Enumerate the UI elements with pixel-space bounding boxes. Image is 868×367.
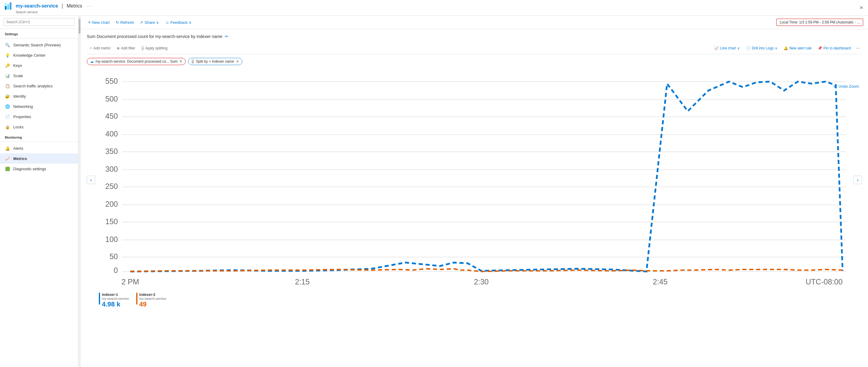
scale-label: Scale bbox=[13, 73, 23, 78]
add-metric-label: Add metric bbox=[93, 46, 111, 50]
indexer-2-info: indexer-2 my-search-service 49 bbox=[139, 293, 166, 308]
sidebar-item-alerts[interactable]: 🔔Alerts bbox=[0, 143, 78, 153]
feedback-label: Feedback bbox=[170, 20, 187, 25]
add-filter-icon: ⊕ bbox=[117, 46, 120, 50]
add-filter-button[interactable]: ⊕ Add filter bbox=[114, 45, 137, 52]
apply-splitting-icon: ⣿ bbox=[141, 46, 144, 50]
time-range-label: Local Time: 1/3 1:59 PM - 2:59 PM (Autom… bbox=[780, 20, 860, 24]
indexer-2-value: 49 bbox=[139, 300, 166, 308]
main-toolbar: + New chart ↻ Refresh ↗ Share ∨ ☺ Feedba… bbox=[81, 16, 868, 29]
search-input[interactable] bbox=[4, 18, 74, 26]
sidebar-scrollbar[interactable] bbox=[79, 16, 81, 367]
new-alert-rule-button[interactable]: 🔔 New alert rule bbox=[781, 45, 814, 52]
sidebar-item-locks[interactable]: 🔒Locks bbox=[0, 122, 78, 132]
svg-rect-1 bbox=[7, 4, 9, 10]
svg-text:350: 350 bbox=[105, 147, 118, 155]
sidebar: Settings🔍Semantic Search (Preview)💡Knowl… bbox=[0, 16, 79, 367]
svg-text:250: 250 bbox=[105, 182, 118, 190]
scrollbar-thumb bbox=[79, 19, 81, 34]
sidebar-item-knowledge-center[interactable]: 💡Knowledge Center bbox=[0, 50, 78, 60]
feedback-button[interactable]: ☺ Feedback ∨ bbox=[163, 19, 194, 26]
legend-item-indexer-2: indexer-2 my-search-service 49 bbox=[136, 293, 166, 308]
keys-icon: 🔑 bbox=[5, 63, 10, 68]
refresh-icon: ↻ bbox=[116, 20, 119, 25]
sidebar-item-keys[interactable]: 🔑Keys bbox=[0, 60, 78, 70]
metric-toolbar-right: 📈 Line chart ∨ 📄 Drill into Logs ∨ 🔔 New… bbox=[712, 44, 862, 52]
chart-edit-icon[interactable]: ✏ bbox=[225, 34, 228, 39]
share-icon: ↗ bbox=[140, 20, 143, 25]
svg-text:450: 450 bbox=[105, 112, 118, 120]
indexer-1-sub: my-search-service bbox=[102, 297, 129, 300]
new-chart-button[interactable]: + New chart bbox=[86, 18, 112, 27]
metrics-label: Metrics bbox=[13, 156, 27, 161]
svg-text:300: 300 bbox=[105, 165, 118, 173]
keys-label: Keys bbox=[13, 63, 22, 68]
sidebar-item-networking[interactable]: 🌐Networking bbox=[0, 101, 78, 112]
sidebar-item-semantic-search[interactable]: 🔍Semantic Search (Preview) bbox=[0, 40, 78, 50]
svg-text:UTC-08:00: UTC-08:00 bbox=[806, 277, 843, 286]
line-chart-icon: 📈 bbox=[714, 46, 719, 50]
toolbar-right: Local Time: 1/3 1:59 PM - 2:59 PM (Autom… bbox=[776, 19, 863, 26]
app-subtitle: Search service bbox=[16, 10, 92, 14]
split-chip: ⣿ Split by = Indexer name ✕ bbox=[188, 58, 242, 65]
indexer1-line bbox=[130, 82, 843, 272]
svg-text:50: 50 bbox=[110, 252, 118, 261]
pin-icon: 📌 bbox=[818, 46, 822, 50]
sidebar-section-label: Monitoring bbox=[0, 132, 78, 141]
metric-chip-label: my-search-service. Document processed co… bbox=[96, 59, 178, 64]
refresh-label: Refresh bbox=[120, 20, 134, 25]
title-separator: | bbox=[62, 3, 63, 9]
sidebar-item-identity[interactable]: 🔐Identity bbox=[0, 91, 78, 101]
networking-label: Networking bbox=[13, 104, 33, 109]
share-chevron-icon: ∨ bbox=[156, 20, 159, 25]
chart-nav-left-button[interactable]: ‹ bbox=[87, 176, 95, 184]
indexer-1-name: indexer-1 bbox=[102, 293, 129, 297]
metric-more-button[interactable]: ··· bbox=[855, 44, 862, 52]
search-traffic-icon: 📋 bbox=[5, 83, 10, 89]
pin-to-dashboard-button[interactable]: 📌 Pin to dashboard bbox=[815, 45, 853, 52]
metric-chip-cloud-icon: ☁ bbox=[90, 59, 94, 64]
add-metric-button[interactable]: ✦ Add metric bbox=[87, 45, 113, 52]
semantic-search-icon: 🔍 bbox=[5, 42, 10, 48]
chart-nav-right-button[interactable]: › bbox=[854, 176, 862, 184]
svg-text:2:30: 2:30 bbox=[474, 277, 489, 286]
line-chart-button[interactable]: 📈 Line chart ∨ bbox=[712, 45, 742, 52]
indexer-1-info: indexer-1 my-search-service 4.98 k bbox=[102, 293, 129, 308]
svg-text:2:45: 2:45 bbox=[653, 277, 668, 286]
split-chip-label: Split by = Indexer name bbox=[196, 59, 234, 64]
alerts-icon: 🔔 bbox=[5, 146, 10, 151]
apply-splitting-button[interactable]: ⣿ Apply splitting bbox=[139, 45, 170, 52]
pin-label: Pin to dashboard bbox=[824, 46, 851, 50]
svg-text:2:15: 2:15 bbox=[295, 277, 310, 286]
metrics-icon: 📈 bbox=[5, 156, 10, 161]
sidebar-item-search-traffic[interactable]: 📋Search traffic analytics bbox=[0, 81, 78, 91]
indexer-2-color-bar bbox=[136, 293, 137, 305]
metric-toolbar: ✦ Add metric ⊕ Add filter ⣿ Apply splitt… bbox=[87, 42, 862, 54]
metric-chip-remove-icon[interactable]: ✕ bbox=[179, 59, 182, 64]
split-chip-remove-icon[interactable]: ✕ bbox=[236, 59, 239, 64]
drill-logs-icon: 📄 bbox=[746, 46, 750, 50]
sidebar-item-properties[interactable]: 📄Properties bbox=[0, 112, 78, 122]
identity-label: Identity bbox=[13, 94, 26, 98]
svg-text:500: 500 bbox=[105, 95, 118, 103]
sidebar-item-diagnostic[interactable]: 🟩Diagnostic settings bbox=[0, 163, 78, 174]
time-range-button[interactable]: Local Time: 1/3 1:59 PM - 2:59 PM (Autom… bbox=[776, 19, 863, 26]
svg-text:150: 150 bbox=[105, 217, 118, 226]
semantic-search-label: Semantic Search (Preview) bbox=[13, 43, 61, 47]
app-title-group: my-search-service | Metrics ··· Search s… bbox=[5, 2, 92, 14]
sidebar-item-metrics[interactable]: 📈Metrics bbox=[0, 153, 78, 163]
main-layout: Settings🔍Semantic Search (Preview)💡Knowl… bbox=[0, 16, 868, 367]
share-button[interactable]: ↗ Share ∨ bbox=[137, 19, 161, 26]
svg-text:200: 200 bbox=[105, 200, 118, 208]
chart-wrapper: ‹ 550 500 450 400 350 300 250 200 bbox=[87, 70, 862, 290]
close-button[interactable]: × bbox=[860, 4, 863, 11]
sidebar-search-container bbox=[0, 16, 78, 29]
sidebar-item-scale[interactable]: 📊Scale bbox=[0, 70, 78, 81]
drill-into-logs-button[interactable]: 📄 Drill into Logs ∨ bbox=[744, 45, 780, 52]
refresh-button[interactable]: ↻ Refresh bbox=[113, 19, 136, 26]
new-chart-label: New chart bbox=[92, 20, 110, 25]
indexer-2-name: indexer-2 bbox=[139, 293, 166, 297]
app-dots[interactable]: ··· bbox=[87, 4, 92, 8]
svg-text:400: 400 bbox=[105, 130, 118, 138]
sidebar-divider bbox=[0, 142, 78, 142]
